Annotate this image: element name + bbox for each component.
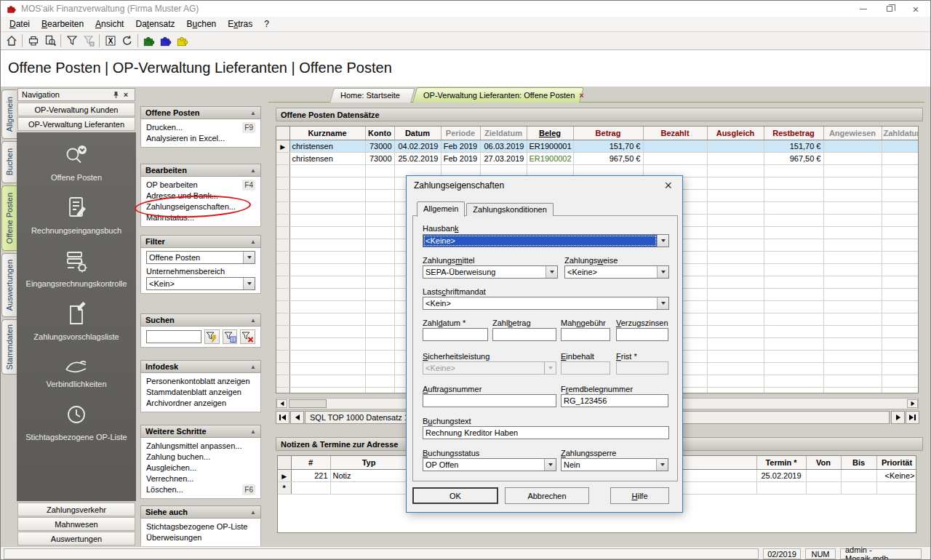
zahlungsmittel-combobox[interactable]: SEPA-Überweisung (423, 265, 558, 279)
cell[interactable]: 25.02.2019 (756, 469, 806, 481)
action-stichtags-op-liste[interactable]: Stichtagsbezogene OP-Liste (146, 521, 255, 532)
verzugszinsen-input[interactable] (616, 328, 668, 341)
cell[interactable] (330, 481, 407, 494)
abbrechen-button[interactable]: Abbrechen (505, 487, 589, 504)
buchungsstatus-combobox[interactable]: OP Offen (423, 458, 556, 471)
scroll-left-button[interactable] (276, 399, 287, 408)
sidebar-item-eingangsrechnungskontrolle[interactable]: Eingangsrechnungskontrolle (26, 247, 127, 288)
cell[interactable] (841, 481, 876, 494)
menu-extras[interactable]: Extras (222, 17, 258, 31)
menu-datei[interactable]: Datei (4, 17, 36, 31)
action-ueberweisungen[interactable]: Überweisungen (146, 532, 255, 543)
unternehmensbereich-combobox[interactable]: <Kein> (146, 277, 255, 290)
nav-group-op-verwaltung-lieferanten[interactable]: OP-Verwaltung Lieferanten (17, 117, 135, 131)
search-filter-list-button[interactable] (223, 329, 238, 344)
mahngebuehr-input[interactable] (561, 328, 610, 341)
vertical-tab-offene-posten[interactable]: Offene Posten (1, 185, 17, 251)
tab-close-icon[interactable]: × (579, 91, 583, 100)
first-record-button[interactable] (276, 411, 289, 424)
vertical-tab-allgemein[interactable]: Allgemein (1, 89, 17, 139)
cell[interactable] (823, 140, 882, 152)
fremdbelegnummer-input[interactable] (561, 394, 668, 407)
minimize-button[interactable] (850, 1, 876, 17)
nav-group-op-verwaltung-kunden[interactable]: OP-Verwaltung Kunden (17, 103, 135, 116)
chevron-down-icon[interactable] (657, 235, 668, 247)
cell[interactable]: 27.03.2019 (480, 152, 527, 164)
panel-header[interactable]: Weitere Schritte▲ (140, 425, 261, 438)
action-stammdatenblatt[interactable]: Stammdatenblatt anzeigen (146, 387, 255, 398)
sidebar-item-zahlungsvorschlagsliste[interactable]: Zahlungsvorschlagsliste (33, 300, 119, 341)
buchungstext-input[interactable] (423, 426, 669, 439)
cell[interactable]: Feb 2019 (441, 152, 480, 164)
chevron-down-icon[interactable] (657, 297, 668, 309)
column-konto[interactable]: Konto (365, 127, 394, 140)
column-ausgleich[interactable]: Ausgleich (707, 127, 764, 140)
cell[interactable]: ER1900001 (527, 140, 573, 152)
zahlungssperre-combobox[interactable]: Nein (561, 458, 668, 471)
column-zahldatum[interactable]: Zahldatum (882, 127, 919, 140)
panel-header[interactable]: Offene Posten▲ (140, 106, 261, 119)
row-selector-header[interactable] (276, 127, 289, 140)
column-prioritaet[interactable]: Priorität (876, 456, 916, 469)
action-archivordner[interactable]: Archivordner anzeigen (146, 398, 255, 409)
cell[interactable]: 967,50 € (764, 152, 823, 164)
cell[interactable] (876, 481, 916, 494)
menu-buchen[interactable]: Buchen (181, 17, 223, 31)
action-zahlungseigenschaften[interactable]: Zahlungseigenschaften... (146, 201, 255, 212)
panel-header[interactable]: Suchen▲ (140, 313, 261, 327)
menu-ansicht[interactable]: Ansicht (89, 17, 129, 31)
action-mahnstatus[interactable]: Mahnstatus... (146, 212, 255, 223)
column-typ[interactable]: Typ (330, 456, 407, 469)
cell[interactable]: 151,70 € (573, 140, 643, 152)
cell[interactable] (643, 152, 707, 164)
cell[interactable] (882, 152, 919, 164)
column-bis[interactable]: Bis (841, 456, 876, 469)
zahlbetrag-input[interactable] (492, 328, 556, 341)
column-termin[interactable]: Termin * (756, 456, 806, 469)
tab-allgemein[interactable]: Allgemein (417, 201, 465, 217)
puzzle-green-button[interactable] (140, 33, 157, 49)
search-filter-run-button[interactable] (204, 329, 220, 344)
auftragsnummer-input[interactable] (423, 394, 556, 407)
vertical-tab-auswertungen[interactable]: Auswertungen (1, 253, 17, 317)
puzzle-yellow-button[interactable] (174, 33, 191, 49)
panel-header[interactable]: Siehe auch▲ (140, 505, 261, 519)
pin-icon[interactable] (111, 91, 121, 99)
close-button[interactable]: × (903, 1, 929, 17)
chevron-down-icon[interactable] (656, 459, 668, 471)
cell[interactable]: Notiz (330, 469, 407, 481)
cell[interactable]: 151,70 € (764, 140, 823, 152)
chevron-down-icon[interactable] (243, 252, 255, 263)
row-selector-header[interactable] (278, 456, 291, 469)
panel-header[interactable]: Bearbeiten▲ (140, 164, 261, 177)
chevron-down-icon[interactable] (546, 266, 557, 278)
cell[interactable] (806, 481, 841, 494)
nav-group-mahnwesen[interactable]: Mahnwesen (17, 517, 135, 531)
print-button[interactable] (25, 33, 41, 49)
cell[interactable] (291, 481, 330, 494)
sidebar-item-offene-posten[interactable]: Offene Posten (51, 141, 102, 182)
cell[interactable] (707, 140, 764, 152)
restore-button[interactable] (876, 1, 903, 17)
column-betrag[interactable]: Betrag (573, 127, 643, 140)
puzzle-blue-button[interactable] (157, 33, 174, 49)
menu-bearbeiten[interactable]: Bearbeiten (36, 17, 89, 31)
action-analysieren-in-excel[interactable]: Analysieren in Excel... (146, 133, 255, 144)
cell[interactable] (882, 140, 919, 152)
action-zahlungsmittel-anpassen[interactable]: Zahlungsmittel anpassen... (146, 441, 255, 452)
chevron-down-icon[interactable] (243, 278, 255, 289)
table-row[interactable]: ▶ christensen 73000 04.02.2019 Feb 2019 … (276, 140, 919, 152)
hilfe-button[interactable]: Hilfe (610, 487, 669, 504)
column-restbetrag[interactable]: Restbetrag (764, 127, 823, 140)
column-number[interactable]: # (291, 456, 330, 469)
filter-button[interactable] (63, 33, 80, 49)
scrollbar-thumb[interactable] (289, 399, 327, 408)
next-record-button[interactable] (891, 411, 905, 424)
action-ausgleichen[interactable]: Ausgleichen... (146, 463, 255, 473)
search-filter-clear-button[interactable] (240, 329, 255, 344)
cell[interactable] (756, 481, 806, 494)
cell[interactable]: 73000 (365, 152, 394, 164)
chevron-down-icon[interactable] (657, 266, 668, 278)
sidebar-item-rechnungseingangsbuch[interactable]: Rechnungseingangsbuch (31, 194, 121, 235)
column-zieldatum[interactable]: Zieldatum (480, 127, 527, 140)
